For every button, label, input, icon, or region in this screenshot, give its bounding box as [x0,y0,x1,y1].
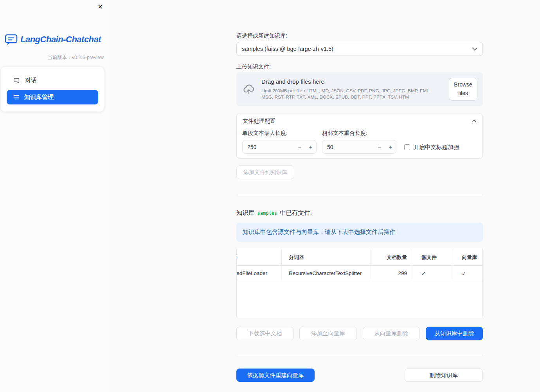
chevron-up-icon [472,120,477,123]
delete-kb-button[interactable]: 删除知识库 [405,369,483,382]
kb-action-buttons: 依据源文件重建向量库 删除知识库 [236,369,483,382]
sidebar-menu: 对话 知识库管理 [1,67,104,112]
cell-splitter: RecursiveCharacterTextSplitter [282,266,371,281]
column-header-source-file[interactable]: 源文件 [412,249,452,265]
add-to-vector-store-button[interactable]: 添加至向量库 [299,327,356,340]
overlap-size-field: 相邻文本重合长度: 50 − + [322,130,396,154]
cell-vector-store-check: ✓ [452,266,483,281]
zh-title-enhance-label: 开启中文标题加强 [414,144,459,151]
kb-name-code: samples [257,210,277,216]
overlap-size-value[interactable]: 50 [322,144,374,150]
cell-source-file-check: ✓ [412,266,452,281]
overlap-size-label: 相邻文本重合长度: [322,130,396,137]
browse-files-button[interactable]: Browse files [449,78,477,100]
cell-doc-count: 299 [371,266,412,281]
expander-body: 单段文本最大长度: 250 − + 相邻文本重合长度: 50 − + 开启中文标… [237,129,482,158]
kb-select-label: 请选择或新建知识库: [236,32,483,39]
decrement-button[interactable]: − [294,144,305,150]
column-header-doc-count[interactable]: 文档数量 [371,249,412,265]
zh-title-enhance-checkbox[interactable] [404,144,410,150]
column-header-loader[interactable]: 文件加载器 [236,249,282,265]
chat-bubble-icon [13,77,20,84]
delete-from-vector-store-button[interactable]: 从向量库删除 [363,327,420,340]
delete-from-kb-button[interactable]: 从知识库中删除 [426,327,483,340]
logo-chat-icon [5,34,18,45]
upload-label: 上传知识文件: [236,63,483,70]
sidebar-item-label: 知识库管理 [24,94,54,101]
app-title: LangChain-Chatchat [20,34,101,45]
rebuild-vector-store-button[interactable]: 依据源文件重建向量库 [236,369,315,382]
sidebar: ✕ LangChain-Chatchat 当前版本：v0.2.6-preview… [0,0,110,392]
expander-title: 文件处理配置 [243,118,275,125]
kb-files-heading: 知识库 samples 中已有文件: [236,209,483,217]
chunk-size-label: 单段文本最大长度: [242,130,317,137]
chevron-down-icon [472,47,477,51]
expander-header[interactable]: 文件处理配置 [237,113,482,129]
info-banner: 知识库中包含源文件与向量库，请从下表中选择文件后操作 [236,223,483,242]
sidebar-item-label: 对话 [25,77,37,84]
upload-limit-text: Limit 200MB per file • HTML, MD, JSON, C… [261,88,443,101]
chunk-size-field: 单段文本最大长度: 250 − + [242,130,317,154]
kb-selected-value: samples (faiss @ bge-large-zh-v1.5) [242,46,333,52]
chunk-size-value[interactable]: 250 [243,144,294,150]
zh-title-enhance-field: 开启中文标题加强 [404,144,459,151]
cloud-upload-icon [243,83,255,95]
download-selected-button[interactable]: 下载选中文档 [236,327,293,340]
increment-button[interactable]: + [305,144,316,150]
table-header-row: 文件加载器 分词器 文档数量 源文件 向量库 [236,249,483,266]
divider [236,195,483,195]
column-header-splitter[interactable]: 分词器 [282,249,371,265]
table-scroll-content: 文件加载器 分词器 文档数量 源文件 向量库 UnstructuredFileL… [236,249,483,281]
version-text: 当前版本：v0.2.6-preview [47,54,104,61]
chunk-size-input[interactable]: 250 − + [242,140,317,154]
main-content: 请选择或新建知识库: samples (faiss @ bge-large-zh… [236,0,483,382]
table-row[interactable]: UnstructuredFileLoader RecursiveCharacte… [236,266,483,281]
file-dropzone[interactable]: Drag and drop files here Limit 200MB per… [236,72,483,106]
cell-loader: UnstructuredFileLoader [236,266,282,281]
logo: LangChain-Chatchat [5,34,101,45]
kb-files-prefix: 知识库 [236,209,255,217]
sidebar-item-dialogue[interactable]: 对话 [7,72,98,89]
list-icon [13,94,19,100]
divider [236,355,483,355]
column-header-vector-store[interactable]: 向量库 [452,249,483,265]
sidebar-item-knowledge-base[interactable]: 知识库管理 [7,90,98,104]
decrement-button[interactable]: − [374,144,385,150]
add-files-button[interactable]: 添加文件到知识库 [236,165,294,179]
overlap-size-input[interactable]: 50 − + [322,140,396,154]
increment-button[interactable]: + [385,144,396,150]
sidebar-close-icon[interactable]: ✕ [97,3,104,11]
drag-drop-text: Drag and drop files here [261,78,443,85]
kb-files-table[interactable]: 文件加载器 分词器 文档数量 源文件 向量库 UnstructuredFileL… [236,249,483,317]
kb-files-suffix: 中已有文件: [280,209,312,217]
file-action-buttons: 下载选中文档 添加至向量库 从向量库删除 从知识库中删除 [236,327,483,340]
kb-selectbox[interactable]: samples (faiss @ bge-large-zh-v1.5) [236,42,483,56]
file-config-expander: 文件处理配置 单段文本最大长度: 250 − + 相邻文本重合长度: 50 − … [236,113,483,159]
upload-texts: Drag and drop files here Limit 200MB per… [261,78,443,101]
